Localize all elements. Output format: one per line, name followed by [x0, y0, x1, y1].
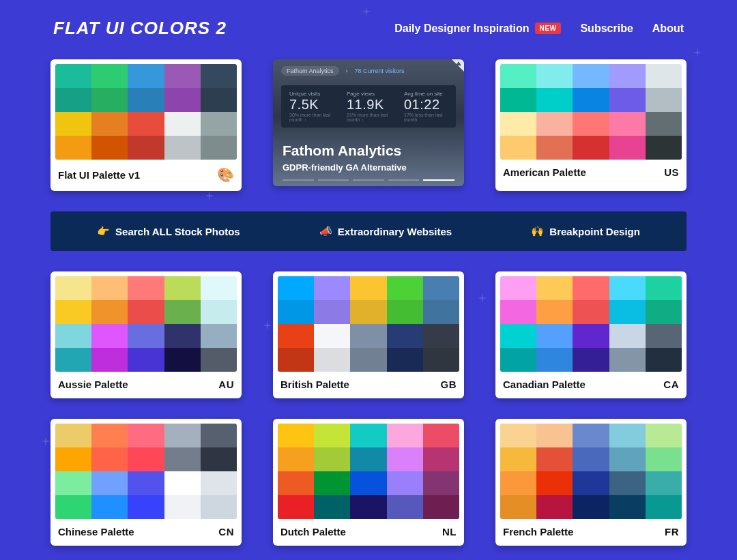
palette-name: Aussie Palette — [58, 379, 128, 390]
color-swatch — [55, 471, 91, 495]
color-swatch — [314, 424, 350, 447]
color-swatch — [128, 88, 164, 112]
color-swatch — [609, 276, 646, 300]
badge-new: NEW — [535, 23, 562, 34]
swatch-grid — [278, 424, 459, 519]
color-swatch — [423, 276, 459, 300]
color-swatch — [350, 276, 386, 300]
color-swatch — [164, 471, 201, 495]
color-swatch — [278, 348, 314, 372]
color-swatch — [536, 471, 573, 495]
metric-sub: 30% more than last month ↑ — [289, 113, 333, 122]
metric-label: Page views — [347, 91, 390, 97]
color-swatch — [164, 276, 201, 300]
color-swatch — [536, 424, 573, 447]
metric-sub: 21% more than last month ↑ — [347, 113, 390, 122]
color-swatch — [278, 471, 314, 495]
color-swatch — [573, 112, 609, 136]
color-swatch — [55, 348, 91, 372]
color-swatch — [609, 348, 646, 372]
color-swatch — [91, 136, 128, 160]
color-swatch — [609, 64, 646, 88]
color-swatch — [646, 112, 682, 136]
color-swatch — [128, 424, 164, 447]
palette-name: Flat UI Palette v1 — [58, 169, 140, 181]
color-swatch — [278, 276, 314, 300]
color-swatch — [91, 276, 128, 300]
color-swatch — [55, 495, 91, 519]
color-swatch — [423, 300, 459, 324]
ad-top: Fathom Analytics › 78 Current visitors — [273, 59, 464, 83]
color-swatch — [536, 495, 573, 519]
color-swatch — [536, 64, 573, 88]
sponsor-card[interactable]: Fathom Analytics › 78 Current visitors U… — [273, 59, 464, 186]
color-swatch — [164, 447, 201, 471]
color-swatch — [387, 471, 423, 495]
color-swatch — [609, 471, 646, 495]
ad-subtitle: GDPR-friendly GA Alternative — [283, 162, 407, 173]
color-swatch — [201, 348, 237, 372]
color-swatch — [201, 471, 237, 495]
country-code: CN — [218, 526, 234, 537]
palette-card[interactable]: British Palette GB — [273, 271, 464, 398]
color-swatch — [609, 424, 646, 447]
color-swatch — [500, 88, 536, 112]
color-swatch — [500, 424, 536, 447]
color-swatch — [573, 324, 609, 348]
color-swatch — [609, 88, 646, 112]
color-swatch — [55, 88, 91, 112]
color-swatch — [55, 300, 91, 324]
color-swatch — [387, 324, 423, 348]
color-swatch — [350, 495, 386, 519]
palette-card[interactable]: Flat UI Palette v1 🎨 — [50, 59, 242, 191]
color-swatch — [423, 471, 459, 495]
color-swatch — [646, 424, 682, 447]
color-swatch — [646, 447, 682, 471]
color-swatch — [201, 495, 237, 519]
color-swatch — [91, 324, 128, 348]
color-swatch — [387, 495, 423, 519]
color-swatch — [573, 348, 609, 372]
color-swatch — [387, 348, 423, 372]
color-swatch — [201, 136, 237, 160]
color-swatch — [536, 112, 573, 136]
promo-label: Search ALL Stock Photos — [115, 226, 240, 237]
nav-subscribe[interactable]: Subscribe — [580, 23, 633, 35]
color-swatch — [350, 348, 386, 372]
color-swatch — [128, 112, 164, 136]
palette-card[interactable]: Dutch Palette NL — [273, 419, 464, 546]
palette-card[interactable]: Aussie Palette AU — [50, 271, 242, 398]
logo[interactable]: FLAT UI COLORS 2 — [53, 18, 227, 39]
color-swatch — [500, 112, 536, 136]
color-swatch — [55, 447, 91, 471]
nav-inspiration[interactable]: Daily Designer Inspiration NEW — [394, 23, 561, 35]
swatch-grid — [500, 64, 682, 160]
ad-metrics: Unique visits 7.5K 30% more than last mo… — [281, 85, 456, 128]
color-swatch — [278, 300, 314, 324]
palette-card[interactable]: Canadian Palette CA — [495, 271, 687, 398]
palette-card[interactable]: American Palette US — [495, 59, 687, 191]
color-swatch — [536, 447, 573, 471]
country-code: FR — [665, 526, 679, 537]
color-swatch — [646, 276, 682, 300]
palette-name: Canadian Palette — [503, 379, 586, 390]
promo-breakpoint-design[interactable]: 🙌 Breakpoint Design — [531, 225, 640, 237]
color-swatch — [91, 424, 128, 447]
color-swatch — [573, 88, 609, 112]
metric-label: Unique visits — [289, 91, 333, 97]
palette-name: American Palette — [503, 166, 586, 178]
nav-about[interactable]: About — [652, 23, 684, 35]
promo-extraordinary-websites[interactable]: 📣 Extraordinary Websites — [319, 225, 452, 237]
nav-inspiration-label: Daily Designer Inspiration — [394, 23, 529, 35]
palette-card[interactable]: French Palette FR — [495, 419, 687, 546]
color-swatch — [573, 495, 609, 519]
color-swatch — [609, 112, 646, 136]
metric-value: 11.9K — [347, 97, 390, 113]
color-swatch — [573, 276, 609, 300]
ad-visitors: 78 Current visitors — [355, 68, 405, 74]
color-swatch — [423, 324, 459, 348]
palette-card[interactable]: Chinese Palette CN — [50, 419, 242, 546]
color-swatch — [278, 447, 314, 471]
promo-stock-photos[interactable]: 👉 Search ALL Stock Photos — [97, 225, 240, 237]
color-swatch — [500, 300, 536, 324]
